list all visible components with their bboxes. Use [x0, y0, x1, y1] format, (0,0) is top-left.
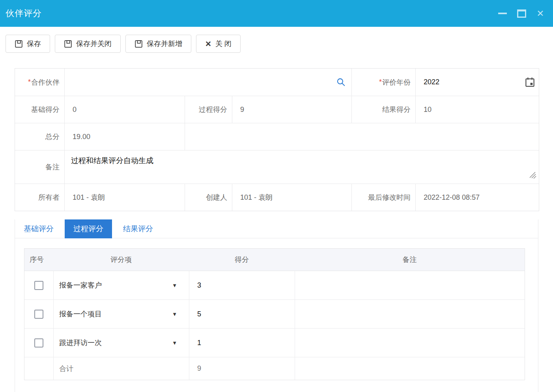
- save-icon: [64, 40, 72, 48]
- score-item-select[interactable]: 跟进拜访一次 ▼: [53, 329, 189, 357]
- total-remark-cell: [295, 357, 525, 380]
- base-score-value: 0: [73, 106, 77, 114]
- window-close-button[interactable]: ✕: [536, 9, 545, 18]
- process-score-field: 9: [232, 96, 351, 123]
- minimize-button[interactable]: [498, 9, 507, 18]
- table-header: 序号 评分项 得分 备注: [24, 249, 525, 271]
- base-score-label: 基础得分: [15, 96, 64, 123]
- remark-label: 备注: [15, 150, 64, 184]
- save-icon: [15, 40, 23, 48]
- table-total-row: 合计 9: [24, 357, 525, 380]
- remark-value: 过程和结果评分自动生成: [71, 156, 153, 166]
- page-title: 伙伴评分: [6, 7, 42, 19]
- titlebar: 伙伴评分 ✕: [0, 0, 553, 27]
- remark-cell[interactable]: [295, 300, 525, 328]
- save-and-close-button[interactable]: 保存并关闭: [55, 35, 121, 53]
- modified-time-value: 2022-12-08 08:57: [424, 193, 480, 202]
- total-score-value: 19.00: [73, 133, 90, 141]
- creator-value: 101 - 袁朗: [240, 193, 273, 202]
- tab-base-score[interactable]: 基础评分: [15, 219, 62, 238]
- creator-field: 101 - 袁朗: [232, 184, 351, 211]
- maximize-button[interactable]: [517, 9, 526, 18]
- resize-handle[interactable]: [528, 171, 537, 181]
- remark-cell[interactable]: [295, 271, 525, 299]
- total-score-field: 19.00: [64, 123, 185, 150]
- calendar-icon[interactable]: [525, 77, 539, 87]
- close-button-label: 关 闭: [215, 39, 232, 48]
- required-mark: *: [379, 78, 382, 86]
- process-score-label: 过程得分: [185, 96, 232, 123]
- total-label: 合计: [53, 357, 189, 380]
- total-score: 9: [189, 357, 295, 380]
- partner-score-form: * 合作伙伴 * 评价年份 2022 基础得分 0 过程得分 9 结果得分 10…: [15, 68, 539, 211]
- maximize-icon: [517, 9, 526, 18]
- total-empty-cell: [24, 357, 53, 380]
- header-remark: 备注: [295, 255, 525, 264]
- remark-cell[interactable]: [295, 329, 525, 357]
- process-score-table: 序号 评分项 得分 备注 报备一家客户 ▼ 3 报备一个项目 ▼ 5: [24, 248, 525, 380]
- close-button[interactable]: ✕ 关 闭: [196, 35, 241, 53]
- partner-field[interactable]: [64, 69, 351, 96]
- score-item-select[interactable]: 报备一个项目 ▼: [53, 300, 189, 328]
- score-item-value: 报备一个项目: [59, 309, 102, 319]
- result-score-label: 结果得分: [351, 96, 415, 123]
- save-and-close-button-label: 保存并关闭: [76, 39, 112, 48]
- search-icon[interactable]: [336, 77, 351, 87]
- table-row: 报备一个项目 ▼ 5: [24, 299, 525, 328]
- row-select-cell: [24, 300, 53, 328]
- empty-cell: [185, 123, 539, 150]
- row-checkbox[interactable]: [34, 338, 43, 347]
- required-mark: *: [28, 78, 31, 86]
- chevron-down-icon: ▼: [172, 311, 177, 317]
- owner-field: 101 - 袁朗: [64, 184, 185, 211]
- modified-time-field: 2022-12-08 08:57: [415, 184, 539, 211]
- partner-label: * 合作伙伴: [15, 69, 64, 96]
- score-tabs: 基础评分 过程评分 结果评分: [15, 219, 538, 238]
- modified-time-label: 最后修改时间: [351, 184, 415, 211]
- base-score-field: 0: [64, 96, 185, 123]
- score-item-value: 报备一家客户: [59, 281, 102, 290]
- owner-label: 所有者: [15, 184, 64, 211]
- chevron-down-icon: ▼: [172, 340, 177, 346]
- score-item-select[interactable]: 报备一家客户 ▼: [53, 271, 189, 299]
- save-button[interactable]: 保存: [6, 35, 50, 53]
- process-score-value: 9: [240, 106, 244, 114]
- header-item: 评分项: [53, 255, 189, 264]
- row-checkbox[interactable]: [34, 281, 43, 290]
- window-controls: ✕: [498, 9, 545, 18]
- total-score-label: 总分: [15, 123, 64, 150]
- year-value: 2022: [424, 78, 439, 86]
- year-label: * 评价年份: [351, 69, 415, 96]
- table-row: 跟进拜访一次 ▼ 1: [24, 328, 525, 357]
- result-score-value: 10: [424, 106, 432, 114]
- tab-result-score[interactable]: 结果评分: [114, 219, 162, 238]
- window-close-icon: ✕: [536, 9, 544, 18]
- owner-value: 101 - 袁朗: [73, 193, 105, 202]
- result-score-field: 10: [415, 96, 539, 123]
- row-checkbox[interactable]: [34, 310, 43, 319]
- score-cell[interactable]: 5: [189, 300, 295, 328]
- header-index: 序号: [24, 255, 53, 264]
- save-icon: [135, 40, 143, 48]
- save-and-new-button[interactable]: 保存并新增: [125, 35, 191, 53]
- tab-process-score[interactable]: 过程评分: [65, 219, 112, 238]
- row-select-cell: [24, 329, 53, 357]
- minimize-icon: [498, 13, 507, 14]
- remark-textarea[interactable]: 过程和结果评分自动生成: [64, 150, 539, 184]
- header-score: 得分: [189, 255, 295, 264]
- save-button-label: 保存: [27, 39, 41, 48]
- row-select-cell: [24, 271, 53, 299]
- close-icon: ✕: [205, 40, 211, 48]
- year-field[interactable]: 2022: [415, 69, 539, 96]
- toolbar: 保存 保存并关闭 保存并新增 ✕ 关 闭: [0, 27, 553, 53]
- score-cell[interactable]: 3: [189, 271, 295, 299]
- score-tab-panel: 基础评分 过程评分 结果评分 序号 评分项 得分 备注 报备一家客户 ▼ 3 报…: [15, 219, 538, 392]
- save-and-new-button-label: 保存并新增: [147, 39, 182, 48]
- score-cell[interactable]: 1: [189, 329, 295, 357]
- score-item-value: 跟进拜访一次: [59, 338, 102, 347]
- table-row: 报备一家客户 ▼ 3: [24, 271, 525, 299]
- chevron-down-icon: ▼: [172, 282, 177, 288]
- creator-label: 创建人: [185, 184, 232, 211]
